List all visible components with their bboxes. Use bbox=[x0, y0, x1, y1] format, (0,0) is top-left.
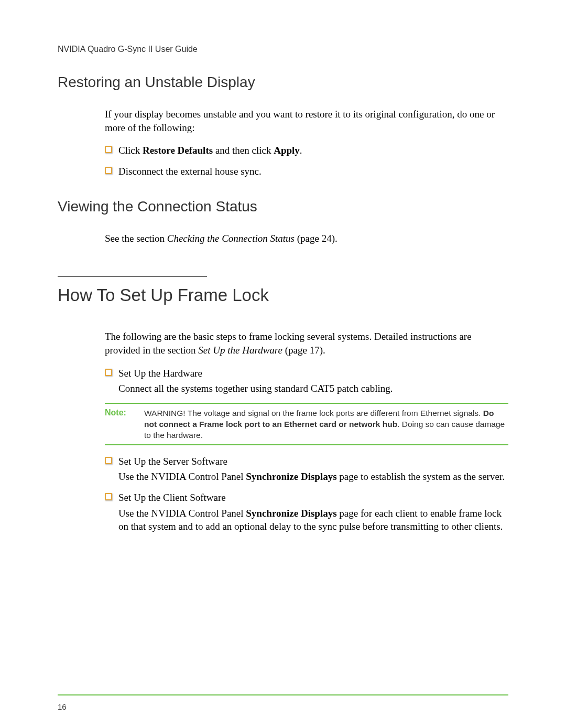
bullet-subtext: Use the NVIDIA Control Panel Synchronize… bbox=[118, 470, 508, 484]
bullet-subtext: Use the NVIDIA Control Panel Synchronize… bbox=[118, 507, 508, 533]
bullet-item: Set Up the Server Software bbox=[105, 455, 508, 468]
text-italic: Checking the Connection Status bbox=[167, 233, 295, 244]
bullet-text: Set Up the Server Software bbox=[118, 455, 227, 468]
text-bold: Synchronize Displays bbox=[246, 508, 336, 519]
note-rule-top bbox=[105, 403, 508, 404]
note-box: Note: WARNING! The voltage and signal on… bbox=[105, 403, 508, 445]
framelock-bullets-3: Set Up the Client Software bbox=[105, 491, 508, 505]
restoring-intro: If your display becomes unstable and you… bbox=[105, 108, 508, 134]
text-span: . bbox=[300, 145, 302, 156]
text-span: WARNING! The voltage and signal on the f… bbox=[144, 409, 483, 417]
text-span: (page 17). bbox=[282, 345, 325, 356]
text-span: (page 24). bbox=[295, 233, 338, 244]
viewing-text: See the section Checking the Connection … bbox=[105, 232, 508, 245]
bullet-item: Set Up the Client Software bbox=[105, 491, 508, 505]
bullet-subtext: Connect all the systems together using s… bbox=[118, 382, 508, 395]
heading-rule bbox=[58, 276, 207, 277]
text-span: See the section bbox=[105, 233, 167, 244]
main-section: How To Set Up Frame Lock The following a… bbox=[58, 276, 508, 533]
bullet-text: Disconnect the external house sync. bbox=[118, 165, 262, 178]
bullet-item: Set Up the Hardware bbox=[105, 367, 508, 380]
text-span: page to establish the system as the serv… bbox=[337, 471, 505, 482]
text-bold: Restore Defaults bbox=[143, 145, 213, 156]
bullet-item: Disconnect the external house sync. bbox=[105, 165, 508, 178]
bullet-text: Set Up the Hardware bbox=[118, 367, 202, 380]
framelock-intro: The following are the basic steps to fra… bbox=[105, 330, 508, 357]
document-header: NVIDIA Quadro G-Sync II User Guide bbox=[58, 45, 508, 54]
bullet-icon bbox=[105, 457, 112, 464]
note-label: Note: bbox=[105, 408, 144, 417]
text-span: Use the NVIDIA Control Panel bbox=[118, 508, 246, 519]
bullet-text: Click Restore Defaults and then click Ap… bbox=[118, 144, 302, 157]
footer-rule bbox=[58, 694, 508, 695]
note-rule-bottom bbox=[105, 444, 508, 445]
bullet-icon bbox=[105, 146, 112, 153]
framelock-bullets-2: Set Up the Server Software bbox=[105, 455, 508, 468]
bullet-text: Set Up the Client Software bbox=[118, 491, 226, 505]
page-number: 16 bbox=[58, 702, 67, 711]
bullet-icon bbox=[105, 167, 112, 174]
bullet-icon bbox=[105, 493, 112, 500]
text-span: and then click bbox=[213, 145, 274, 156]
note-row: Note: WARNING! The voltage and signal on… bbox=[105, 407, 508, 444]
text-span: Click bbox=[118, 145, 143, 156]
main-heading-framelock: How To Set Up Frame Lock bbox=[58, 284, 508, 306]
text-bold: Apply bbox=[274, 145, 300, 156]
bullet-icon bbox=[105, 369, 112, 376]
text-bold: Synchronize Displays bbox=[246, 471, 336, 482]
restoring-bullets: Click Restore Defaults and then click Ap… bbox=[105, 144, 508, 178]
section-heading-viewing: Viewing the Connection Status bbox=[58, 198, 508, 215]
section-heading-restoring: Restoring an Unstable Display bbox=[58, 74, 508, 91]
text-italic: Set Up the Hardware bbox=[198, 345, 282, 356]
text-span: Use the NVIDIA Control Panel bbox=[118, 471, 246, 482]
bullet-item: Click Restore Defaults and then click Ap… bbox=[105, 144, 508, 157]
framelock-bullets: Set Up the Hardware bbox=[105, 367, 508, 380]
note-text: WARNING! The voltage and signal on the f… bbox=[144, 408, 508, 441]
